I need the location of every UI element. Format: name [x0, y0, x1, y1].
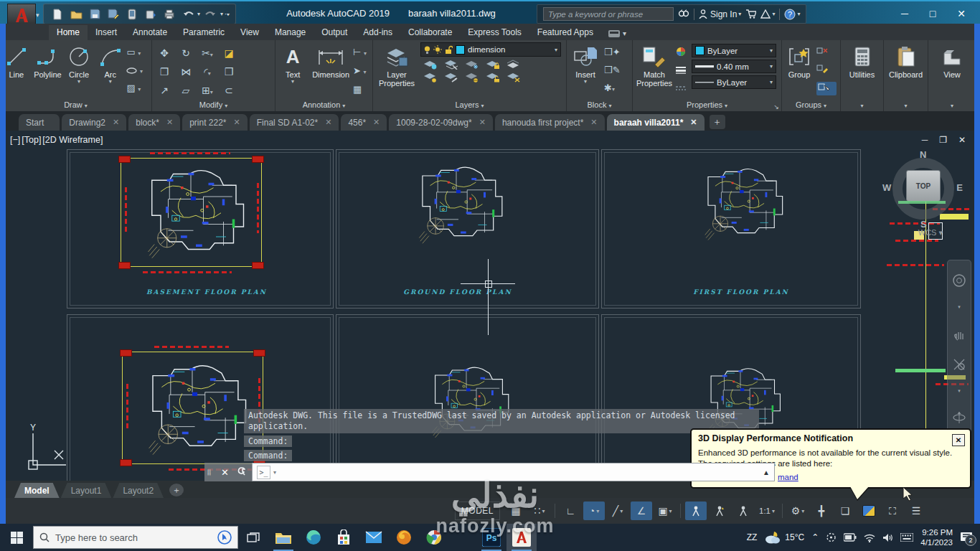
file-tab-block[interactable]: block*✕	[128, 114, 180, 131]
file-explorer-icon[interactable]	[268, 524, 298, 551]
view-button[interactable]: View	[931, 42, 973, 100]
save-icon[interactable]	[87, 6, 103, 22]
taskbar-search-box[interactable]: Type here to search	[33, 526, 238, 549]
tab-featured-apps[interactable]: Featured Apps	[529, 25, 601, 40]
close-tab-icon[interactable]: ✕	[373, 118, 380, 127]
create-block-icon[interactable]: ❒✦	[604, 47, 626, 58]
battery-icon[interactable]	[844, 533, 857, 542]
close-tab-icon[interactable]: ✕	[166, 118, 173, 127]
redo-caret-icon[interactable]: ▾	[220, 11, 223, 17]
fillet-icon[interactable]: ◜▾	[204, 66, 210, 77]
viewport-view-control[interactable]: [Top]	[22, 135, 41, 145]
layer-dropdown[interactable]: dimension ▾	[420, 42, 561, 57]
dimension-button[interactable]: Dimension	[310, 42, 352, 100]
layout2-tab[interactable]: Layout2	[113, 483, 164, 498]
viewcube[interactable]: N W E S TOP	[885, 151, 961, 227]
arc-button[interactable]: Arc ▾	[95, 42, 126, 100]
doc-close-icon[interactable]: ✕	[958, 135, 966, 145]
layer-lock-icon[interactable]	[486, 60, 500, 70]
photoshop-icon[interactable]: Ps	[476, 524, 507, 551]
close-tab-icon[interactable]: ✕	[325, 118, 331, 127]
navigation-wheel-icon[interactable]	[952, 273, 966, 288]
tab-insert[interactable]: Insert	[88, 25, 125, 40]
panel-modify-footer[interactable]: Modify ▾	[152, 100, 275, 111]
lineweight-caret-icon[interactable]: ▾	[770, 63, 773, 70]
line-button[interactable]: Line	[1, 42, 32, 100]
start-button[interactable]	[0, 524, 33, 551]
panel-block-footer[interactable]: Block ▾	[567, 100, 632, 111]
sign-in-button[interactable]: Sign In ▾	[699, 9, 741, 19]
new-layout-button[interactable]: ＋	[169, 484, 184, 496]
panel-annotation-footer[interactable]: Annotation ▾	[275, 100, 372, 111]
mirror-icon[interactable]: ⋈	[181, 66, 191, 77]
annotation-scale-icon[interactable]	[732, 501, 754, 520]
taskbar-clock[interactable]: 9:26 PM 4/1/2023	[920, 527, 953, 547]
file-tab-final-sd[interactable]: Final SD A1-02*✕	[250, 114, 339, 131]
panel-layers-footer[interactable]: Layers ▾	[373, 100, 566, 111]
file-tab-start[interactable]: Start	[19, 114, 60, 131]
tab-express-tools[interactable]: Express Tools	[460, 25, 529, 40]
navbar-caret-icon[interactable]: ▾	[958, 388, 961, 394]
panel-groups-footer[interactable]: Groups ▾	[782, 100, 840, 111]
bing-chat-icon[interactable]	[217, 530, 232, 545]
close-tab-icon[interactable]: ✕	[479, 118, 486, 127]
scale-icon[interactable]: ▱	[182, 85, 190, 96]
panel-view-footer[interactable]: ▾	[928, 100, 976, 111]
leader-icon[interactable]: ➤ ▾	[353, 65, 371, 78]
layout1-tab[interactable]: Layout1	[61, 483, 112, 498]
array-icon[interactable]: ⊞▾	[202, 85, 213, 96]
group-selection-toggle-icon[interactable]	[816, 82, 837, 95]
color-wheel-icon[interactable]	[676, 47, 690, 60]
microsoft-store-icon[interactable]	[329, 524, 359, 551]
panel-clipboard-footer[interactable]: ▾	[884, 100, 928, 111]
command-input[interactable]: >_ ▾ ▲	[252, 463, 775, 481]
onedrive-tray-icon[interactable]	[826, 532, 837, 542]
firefox-icon[interactable]	[389, 524, 419, 551]
doc-minimize-icon[interactable]: ─	[922, 135, 928, 145]
isolate-objects-icon[interactable]: ❏	[834, 501, 856, 520]
table-icon[interactable]: ▦	[353, 84, 371, 95]
viewcube-west[interactable]: W	[882, 182, 891, 193]
offset-icon[interactable]: ⊂	[225, 85, 233, 96]
file-tab-hanouda[interactable]: hanouda first project*✕	[495, 114, 605, 131]
app-menu-caret-icon[interactable]: ▾	[36, 11, 39, 19]
orbit-icon[interactable]	[952, 410, 966, 425]
layer-freeze-sun-icon[interactable]	[433, 45, 442, 54]
rectangle-tool-icon[interactable]: ▭ ▾	[126, 47, 150, 60]
tray-expand-chevron-icon[interactable]: ⌃	[811, 532, 819, 542]
circle-button[interactable]: Circle ▾	[64, 42, 94, 100]
match-properties-button[interactable]: Match Properties	[634, 42, 674, 100]
text-caret-icon[interactable]: ▾	[291, 80, 294, 84]
tab-view[interactable]: View	[232, 25, 267, 40]
hatch-tool-icon[interactable]: ▨ ▾	[126, 83, 150, 95]
insert-button[interactable]: Insert ▾	[568, 42, 603, 100]
edit-block-icon[interactable]: ❒✎	[604, 65, 626, 76]
maximize-button[interactable]: □	[930, 8, 936, 19]
close-tab-icon[interactable]: ✕	[690, 118, 697, 127]
workspace-gear-icon[interactable]: ⚙▾	[787, 501, 809, 520]
wcs-dropdown[interactable]: WCS ▾	[918, 228, 943, 237]
command-collapse-icon[interactable]: ▲	[763, 468, 770, 476]
undo-icon[interactable]	[180, 6, 196, 22]
move-icon[interactable]: ✥	[160, 47, 169, 59]
search-icon[interactable]	[678, 9, 689, 19]
plot-icon[interactable]	[161, 6, 177, 22]
isometric-drafting-icon[interactable]: ╱▾	[607, 501, 628, 520]
help-search-input[interactable]	[543, 7, 674, 21]
weather-widget[interactable]: 15°C	[764, 530, 804, 545]
annotation-visibility-icon[interactable]	[685, 501, 707, 520]
layer-isolate-icon[interactable]	[423, 60, 438, 70]
ungroup-icon[interactable]	[816, 47, 837, 59]
pan-hand-icon[interactable]	[952, 326, 966, 341]
explode-icon[interactable]: ❒	[225, 66, 234, 77]
customization-menu-icon[interactable]: ☰	[905, 501, 927, 520]
layer-dropdown-caret-icon[interactable]: ▾	[555, 47, 557, 53]
layer-match-icon[interactable]	[444, 72, 458, 83]
wifi-icon[interactable]	[864, 533, 875, 542]
insert-caret-icon[interactable]: ▾	[584, 80, 587, 84]
layer-make-current-icon[interactable]	[507, 60, 521, 70]
tab-manage[interactable]: Manage	[267, 25, 314, 40]
task-view-button[interactable]	[238, 524, 268, 551]
tab-parametric[interactable]: Parametric	[175, 25, 232, 40]
app-menu-button[interactable]	[7, 4, 36, 26]
